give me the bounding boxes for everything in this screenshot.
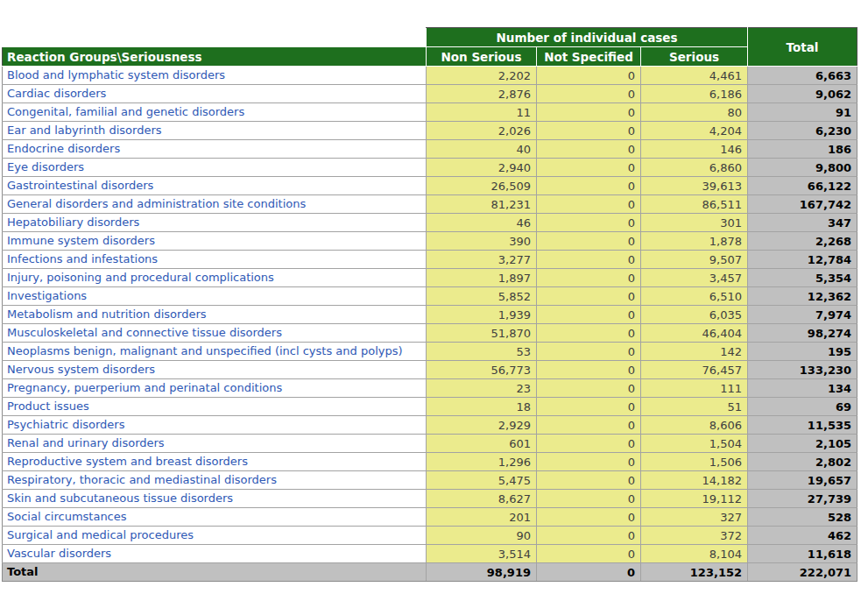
serious-cell: 9,507 xyxy=(641,251,748,269)
table-row: Neoplasms benign, malignant and unspecif… xyxy=(3,343,857,361)
table-row: Musculoskeletal and connective tissue di… xyxy=(3,324,857,343)
total-cell: 12,362 xyxy=(748,287,857,306)
non-serious-cell: 8,627 xyxy=(427,490,537,508)
non-serious-cell: 201 xyxy=(427,508,537,527)
table-row: Surgical and medical procedures900372462 xyxy=(3,527,857,545)
non-serious-cell: 601 xyxy=(427,435,537,453)
reaction-group-link[interactable]: Cardiac disorders xyxy=(3,85,427,103)
not-specified-cell: 0 xyxy=(537,508,641,527)
serious-cell: 6,035 xyxy=(641,306,748,324)
total-cell: 347 xyxy=(748,214,857,232)
serious-cell: 8,606 xyxy=(641,416,748,435)
total-cell: 11,535 xyxy=(748,416,857,435)
serious-cell: 1,504 xyxy=(641,435,748,453)
total-cell: 91 xyxy=(748,103,857,122)
reaction-group-link[interactable]: Eye disorders xyxy=(3,159,427,177)
not-specified-cell: 0 xyxy=(537,306,641,324)
non-serious-cell: 51,870 xyxy=(427,324,537,343)
not-specified-cell: 0 xyxy=(537,269,641,287)
reaction-group-link[interactable]: Immune system disorders xyxy=(3,232,427,251)
not-specified-cell: 0 xyxy=(537,563,641,582)
serious-cell: 111 xyxy=(641,379,748,398)
dashboard-canvas: Number of individual cases Total Reactio… xyxy=(0,0,868,608)
reaction-group-link[interactable]: Skin and subcutaneous tissue disorders xyxy=(3,490,427,508)
not-specified-cell: 0 xyxy=(537,251,641,269)
reaction-group-link[interactable]: Respiratory, thoracic and mediastinal di… xyxy=(3,471,427,490)
reaction-group-link[interactable]: General disorders and administration sit… xyxy=(3,195,427,214)
serious-cell: 76,457 xyxy=(641,361,748,379)
serious-cell: 1,506 xyxy=(641,453,748,471)
col-header-non-serious: Non Serious xyxy=(427,47,537,67)
total-cell: 9,062 xyxy=(748,85,857,103)
total-cell: 19,657 xyxy=(748,471,857,490)
table-row: Product issues1805169 xyxy=(3,398,857,416)
non-serious-cell: 1,939 xyxy=(427,306,537,324)
reaction-group-link[interactable]: Pregnancy, puerperium and perinatal cond… xyxy=(3,379,427,398)
table-row: Respiratory, thoracic and mediastinal di… xyxy=(3,471,857,490)
table-row: Blood and lymphatic system disorders2,20… xyxy=(3,67,857,85)
not-specified-cell: 0 xyxy=(537,177,641,195)
not-specified-cell: 0 xyxy=(537,85,641,103)
reaction-group-link[interactable]: Social circumstances xyxy=(3,508,427,527)
reaction-group-link[interactable]: Surgical and medical procedures xyxy=(3,527,427,545)
not-specified-cell: 0 xyxy=(537,435,641,453)
grand-total-row: Total98,9190123,152222,071 xyxy=(3,563,857,582)
reaction-group-link[interactable]: Injury, poisoning and procedural complic… xyxy=(3,269,427,287)
reaction-group-link[interactable]: Musculoskeletal and connective tissue di… xyxy=(3,324,427,343)
serious-cell: 8,104 xyxy=(641,545,748,563)
table-row: Cardiac disorders2,87606,1869,062 xyxy=(3,85,857,103)
reaction-group-link[interactable]: Endocrine disorders xyxy=(3,140,427,159)
reaction-group-link[interactable]: Product issues xyxy=(3,398,427,416)
reaction-group-link[interactable]: Vascular disorders xyxy=(3,545,427,563)
reaction-group-link[interactable]: Reproductive system and breast disorders xyxy=(3,453,427,471)
table-row: Investigations5,85206,51012,362 xyxy=(3,287,857,306)
table-row: Eye disorders2,94006,8609,800 xyxy=(3,159,857,177)
table-row: Social circumstances2010327528 xyxy=(3,508,857,527)
grand-total-label: Total xyxy=(3,563,427,582)
non-serious-cell: 5,852 xyxy=(427,287,537,306)
total-cell: 462 xyxy=(748,527,857,545)
reaction-group-link[interactable]: Neoplasms benign, malignant and unspecif… xyxy=(3,343,427,361)
reaction-groups-seriousness-table: Number of individual cases Total Reactio… xyxy=(2,27,857,582)
non-serious-cell: 81,231 xyxy=(427,195,537,214)
serious-cell: 39,613 xyxy=(641,177,748,195)
not-specified-cell: 0 xyxy=(537,490,641,508)
serious-cell: 3,457 xyxy=(641,269,748,287)
not-specified-cell: 0 xyxy=(537,324,641,343)
reaction-group-link[interactable]: Ear and labyrinth disorders xyxy=(3,122,427,140)
non-serious-cell: 53 xyxy=(427,343,537,361)
reaction-group-link[interactable]: Hepatobiliary disorders xyxy=(3,214,427,232)
non-serious-cell: 46 xyxy=(427,214,537,232)
total-cell: 186 xyxy=(748,140,857,159)
not-specified-cell: 0 xyxy=(537,453,641,471)
non-serious-cell: 40 xyxy=(427,140,537,159)
total-cell: 6,230 xyxy=(748,122,857,140)
reaction-group-link[interactable]: Psychiatric disorders xyxy=(3,416,427,435)
reaction-group-link[interactable]: Renal and urinary disorders xyxy=(3,435,427,453)
total-cell: 7,974 xyxy=(748,306,857,324)
table-row: Hepatobiliary disorders460301347 xyxy=(3,214,857,232)
serious-cell: 1,878 xyxy=(641,232,748,251)
serious-cell: 80 xyxy=(641,103,748,122)
col-header-serious: Serious xyxy=(641,47,748,67)
serious-cell: 4,204 xyxy=(641,122,748,140)
reaction-group-link[interactable]: Infections and infestations xyxy=(3,251,427,269)
total-cell: 2,802 xyxy=(748,453,857,471)
table-row: Renal and urinary disorders60101,5042,10… xyxy=(3,435,857,453)
serious-cell: 51 xyxy=(641,398,748,416)
table-row: Pregnancy, puerperium and perinatal cond… xyxy=(3,379,857,398)
reaction-group-link[interactable]: Metabolism and nutrition disorders xyxy=(3,306,427,324)
reaction-group-link[interactable]: Gastrointestinal disorders xyxy=(3,177,427,195)
not-specified-cell: 0 xyxy=(537,122,641,140)
total-cell: 69 xyxy=(748,398,857,416)
non-serious-cell: 2,940 xyxy=(427,159,537,177)
non-serious-cell: 3,277 xyxy=(427,251,537,269)
table-row: Congenital, familial and genetic disorde… xyxy=(3,103,857,122)
serious-cell: 6,510 xyxy=(641,287,748,306)
group-header-row: Number of individual cases Total xyxy=(3,28,857,47)
reaction-group-link[interactable]: Nervous system disorders xyxy=(3,361,427,379)
total-cell: 6,663 xyxy=(748,67,857,85)
reaction-group-link[interactable]: Blood and lymphatic system disorders xyxy=(3,67,427,85)
reaction-group-link[interactable]: Congenital, familial and genetic disorde… xyxy=(3,103,427,122)
reaction-group-link[interactable]: Investigations xyxy=(3,287,427,306)
